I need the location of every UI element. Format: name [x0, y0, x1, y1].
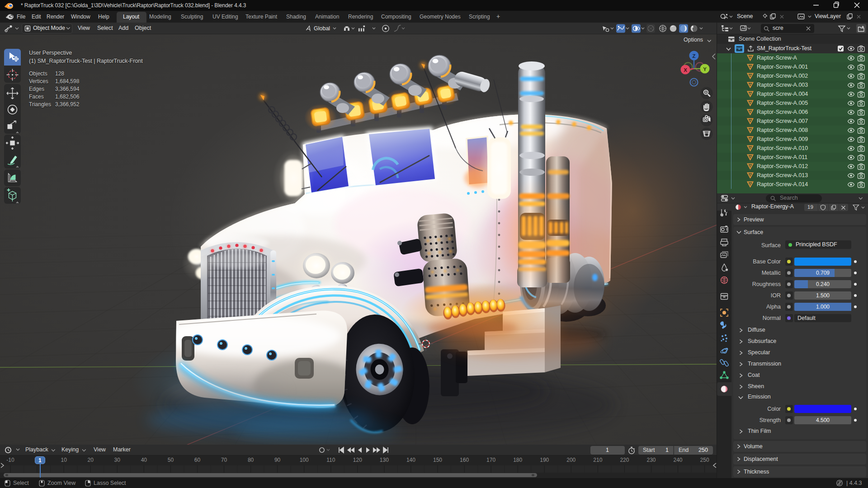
- svg-text:Y: Y: [703, 66, 707, 72]
- svg-text:X: X: [684, 67, 687, 73]
- svg-text:Global: Global: [314, 25, 330, 32]
- svg-text:Z: Z: [692, 53, 695, 59]
